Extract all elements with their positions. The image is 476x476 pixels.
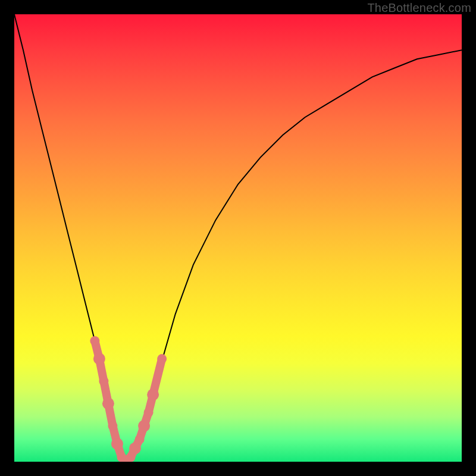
- marker-dot: [99, 377, 108, 386]
- marker-dot: [102, 397, 114, 409]
- marker-dot: [144, 408, 154, 417]
- marker-dot: [129, 442, 141, 454]
- marker-dot: [147, 389, 159, 400]
- marker-dot: [90, 336, 99, 346]
- highlight-markers: [90, 336, 167, 462]
- chart-frame: [14, 14, 462, 462]
- bottleneck-curve: [14, 14, 462, 462]
- marker-dot: [108, 421, 117, 431]
- marker-dot: [157, 354, 167, 364]
- watermark-text: TheBottleneck.com: [367, 1, 471, 15]
- marker-dot: [138, 420, 150, 432]
- chart-svg: [14, 14, 462, 462]
- marker-dot: [93, 353, 105, 365]
- marker-dot: [135, 434, 145, 444]
- marker-dot: [111, 438, 123, 450]
